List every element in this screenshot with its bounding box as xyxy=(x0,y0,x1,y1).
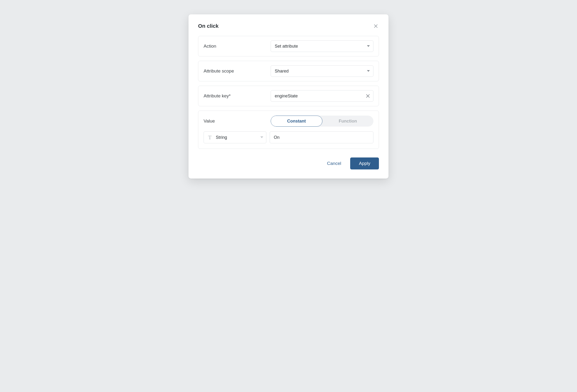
chevron-down-icon xyxy=(367,70,370,72)
action-panel: Action Set attribute xyxy=(198,36,379,57)
key-panel: Attribute key* xyxy=(198,86,379,106)
chevron-down-icon xyxy=(367,45,370,47)
on-click-dialog: On click Action Set attribute Attribute … xyxy=(188,14,389,179)
value-label: Value xyxy=(204,118,271,124)
action-select[interactable]: Set attribute xyxy=(271,40,373,52)
scope-label: Attribute scope xyxy=(204,68,271,74)
scope-panel: Attribute scope Shared xyxy=(198,61,379,81)
scope-select[interactable]: Shared xyxy=(271,65,373,77)
value-mode-toggle: Constant Function xyxy=(271,116,373,127)
chevron-down-icon xyxy=(260,136,263,138)
dialog-footer: Cancel Apply xyxy=(198,158,379,169)
action-label: Action xyxy=(204,44,271,49)
dialog-title: On click xyxy=(198,23,219,29)
action-select-value: Set attribute xyxy=(275,44,298,49)
apply-button[interactable]: Apply xyxy=(350,158,379,169)
text-type-icon: T xyxy=(207,134,213,141)
svg-marker-1 xyxy=(367,70,370,72)
dialog-header: On click xyxy=(198,23,379,29)
svg-marker-2 xyxy=(260,136,263,138)
svg-marker-0 xyxy=(367,45,370,47)
tab-function[interactable]: Function xyxy=(323,116,374,127)
clear-input-icon[interactable] xyxy=(365,93,371,99)
attribute-key-input[interactable] xyxy=(271,90,373,102)
value-panel: Value Constant Function T String xyxy=(198,111,379,149)
close-icon[interactable] xyxy=(373,23,379,29)
cancel-button[interactable]: Cancel xyxy=(325,159,343,168)
value-input[interactable] xyxy=(270,131,373,143)
value-type-label: String xyxy=(216,135,227,140)
value-type-select[interactable]: T String xyxy=(204,131,266,143)
key-label: Attribute key* xyxy=(204,93,271,98)
scope-select-value: Shared xyxy=(275,69,288,74)
tab-constant[interactable]: Constant xyxy=(271,116,323,127)
